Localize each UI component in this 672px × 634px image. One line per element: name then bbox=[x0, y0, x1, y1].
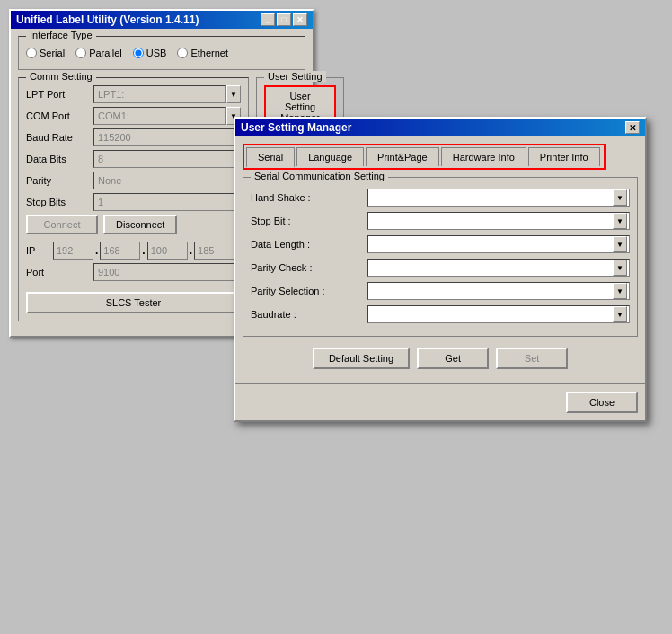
set-button[interactable]: Set bbox=[496, 348, 568, 369]
dialog-close-button[interactable]: ✕ bbox=[625, 121, 640, 134]
radio-parallel[interactable]: Parallel bbox=[75, 48, 122, 58]
baud-rate-label: Baud Rate bbox=[26, 132, 93, 143]
tab-bar: Serial Language Print&Page Hardware Info… bbox=[246, 147, 602, 166]
lpt-port-row: LPT Port ▼ bbox=[26, 85, 241, 103]
handshake-label: Hand Shake : bbox=[251, 192, 367, 203]
data-bits-row: Data Bits bbox=[26, 150, 241, 168]
interface-radio-group: Serial Parallel USB Ethernet bbox=[26, 44, 297, 62]
stopbit-arrow[interactable]: ▼ bbox=[613, 213, 627, 229]
interface-type-group: Interface Type Serial Parallel USB Ether… bbox=[18, 36, 305, 70]
title-bar-buttons: _ □ ✕ bbox=[261, 13, 307, 26]
user-setting-dialog: User Setting Manager ✕ Serial Language P… bbox=[234, 117, 647, 422]
parity-label: Parity bbox=[26, 175, 93, 186]
default-setting-button[interactable]: Default Setting bbox=[313, 348, 410, 369]
interface-type-label: Interface Type bbox=[26, 30, 96, 40]
handshake-row: Hand Shake : ▼ bbox=[251, 189, 630, 207]
radio-parallel-input[interactable] bbox=[75, 48, 86, 58]
ip-row: IP . . . bbox=[26, 242, 241, 260]
radio-ethernet[interactable]: Ethernet bbox=[177, 48, 228, 58]
tab-printpage[interactable]: Print&Page bbox=[366, 147, 439, 166]
com-port-dropdown[interactable]: ▼ bbox=[93, 107, 241, 125]
paritycheck-arrow[interactable]: ▼ bbox=[613, 260, 627, 276]
ip-dot-2: . bbox=[142, 244, 145, 257]
parityselection-dropdown[interactable]: ▼ bbox=[367, 282, 630, 300]
minimize-button[interactable]: _ bbox=[261, 13, 275, 26]
port-input[interactable] bbox=[93, 263, 241, 281]
tab-container: Serial Language Print&Page Hardware Info… bbox=[243, 144, 606, 170]
ip-part-1[interactable] bbox=[53, 242, 93, 260]
user-setting-group-label: User Setting bbox=[264, 71, 326, 82]
radio-serial[interactable]: Serial bbox=[26, 48, 65, 58]
ip-label: IP bbox=[26, 245, 53, 256]
paritycheck-row: Parity Check : ▼ bbox=[251, 259, 630, 277]
comm-setting-label: Comm Setting bbox=[26, 71, 96, 82]
ip-dot-3: . bbox=[190, 244, 192, 257]
connect-row: Connect Disconnect bbox=[26, 215, 241, 234]
radio-usb-input[interactable] bbox=[133, 48, 144, 58]
stop-bits-input bbox=[93, 193, 241, 211]
paritycheck-dropdown[interactable]: ▼ bbox=[367, 259, 630, 277]
radio-usb[interactable]: USB bbox=[133, 48, 167, 58]
paritycheck-label: Parity Check : bbox=[251, 262, 367, 273]
baud-rate-row: Baud Rate bbox=[26, 128, 241, 146]
com-port-label: COM Port bbox=[26, 110, 93, 121]
serial-comm-group: Serial Communication Setting Hand Shake … bbox=[243, 177, 638, 337]
baud-rate-input bbox=[93, 128, 241, 146]
dialog-content: Serial Language Print&Page Hardware Info… bbox=[235, 136, 645, 376]
main-title: Unified Label Utility (Version 1.4.11) bbox=[16, 13, 199, 26]
lpt-port-input bbox=[93, 85, 226, 103]
ip-dot-1: . bbox=[95, 244, 98, 257]
get-button[interactable]: Get bbox=[417, 348, 489, 369]
slcs-tester-button[interactable]: SLCS Tester bbox=[26, 292, 241, 313]
port-row: Port bbox=[26, 263, 241, 281]
stop-bits-label: Stop Bits bbox=[26, 197, 93, 207]
parityselection-arrow[interactable]: ▼ bbox=[613, 283, 627, 299]
ip-part-4[interactable] bbox=[194, 242, 234, 260]
dialog-title-bar: User Setting Manager ✕ bbox=[235, 119, 645, 136]
datalength-arrow[interactable]: ▼ bbox=[613, 236, 627, 252]
parityselection-row: Parity Selection : ▼ bbox=[251, 282, 630, 300]
dialog-action-buttons: Default Setting Get Set bbox=[243, 348, 638, 369]
stopbit-row: Stop Bit : ▼ bbox=[251, 212, 630, 230]
tab-printerinfo[interactable]: Printer Info bbox=[528, 147, 600, 166]
lpt-port-dropdown[interactable]: ▼ bbox=[93, 85, 241, 103]
main-title-bar: Unified Label Utility (Version 1.4.11) _… bbox=[11, 11, 313, 29]
ip-part-2[interactable] bbox=[100, 242, 140, 260]
port-label: Port bbox=[26, 267, 93, 277]
parityselection-label: Parity Selection : bbox=[251, 286, 367, 296]
com-port-input bbox=[93, 107, 226, 125]
datalength-dropdown[interactable]: ▼ bbox=[367, 235, 630, 253]
dialog-footer: Close bbox=[235, 383, 645, 420]
com-port-row: COM Port ▼ bbox=[26, 107, 241, 125]
datalength-label: Data Length : bbox=[251, 239, 367, 250]
close-button[interactable]: ✕ bbox=[293, 13, 307, 26]
baudrate-dropdown[interactable]: ▼ bbox=[367, 305, 630, 323]
tab-serial[interactable]: Serial bbox=[246, 147, 295, 168]
stopbit-dropdown[interactable]: ▼ bbox=[367, 212, 630, 230]
ip-part-3[interactable] bbox=[147, 242, 188, 260]
radio-serial-input[interactable] bbox=[26, 48, 37, 58]
radio-ethernet-input[interactable] bbox=[177, 48, 188, 58]
stop-bits-row: Stop Bits bbox=[26, 193, 241, 211]
close-bottom-button[interactable]: Close bbox=[566, 392, 638, 413]
parity-row: Parity bbox=[26, 172, 241, 189]
baudrate-arrow[interactable]: ▼ bbox=[613, 306, 627, 322]
tab-language[interactable]: Language bbox=[296, 147, 364, 166]
serial-comm-label: Serial Communication Setting bbox=[251, 171, 388, 181]
ip-parts: . . . bbox=[53, 242, 234, 260]
handshake-dropdown[interactable]: ▼ bbox=[367, 189, 630, 207]
lpt-port-label: LPT Port bbox=[26, 89, 93, 100]
baudrate-row: Baudrate : ▼ bbox=[251, 305, 630, 323]
stopbit-label: Stop Bit : bbox=[251, 216, 367, 226]
dialog-title: User Setting Manager bbox=[241, 121, 351, 134]
connect-button[interactable]: Connect bbox=[26, 215, 98, 234]
lpt-port-arrow[interactable]: ▼ bbox=[226, 85, 241, 103]
parity-input bbox=[93, 172, 241, 189]
maximize-button[interactable]: □ bbox=[277, 13, 291, 26]
disconnect-button[interactable]: Disconnect bbox=[103, 215, 177, 234]
data-bits-input bbox=[93, 150, 241, 168]
handshake-arrow[interactable]: ▼ bbox=[613, 189, 627, 206]
tab-hardwareinfo[interactable]: Hardware Info bbox=[441, 147, 526, 166]
data-bits-label: Data Bits bbox=[26, 154, 93, 164]
comm-setting-group: Comm Setting LPT Port ▼ COM Port ▼ bbox=[18, 77, 249, 321]
